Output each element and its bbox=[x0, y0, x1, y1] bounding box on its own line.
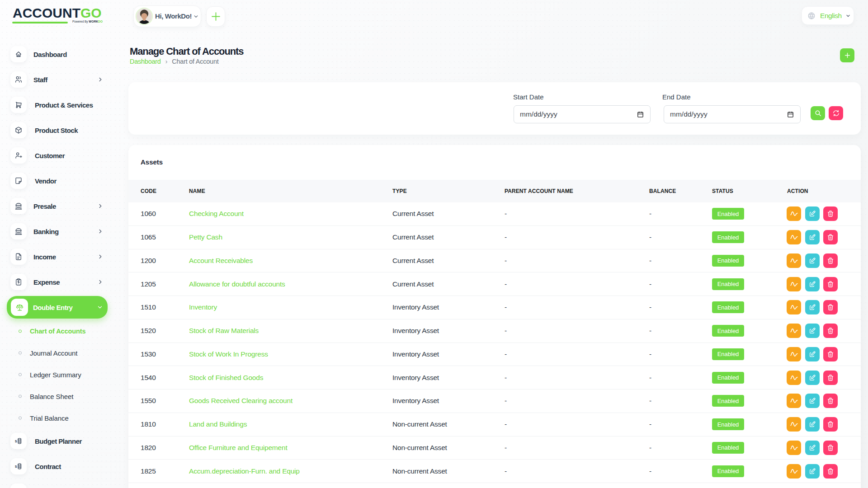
svg-text:$: $ bbox=[15, 465, 17, 469]
svg-text:$: $ bbox=[15, 439, 17, 443]
